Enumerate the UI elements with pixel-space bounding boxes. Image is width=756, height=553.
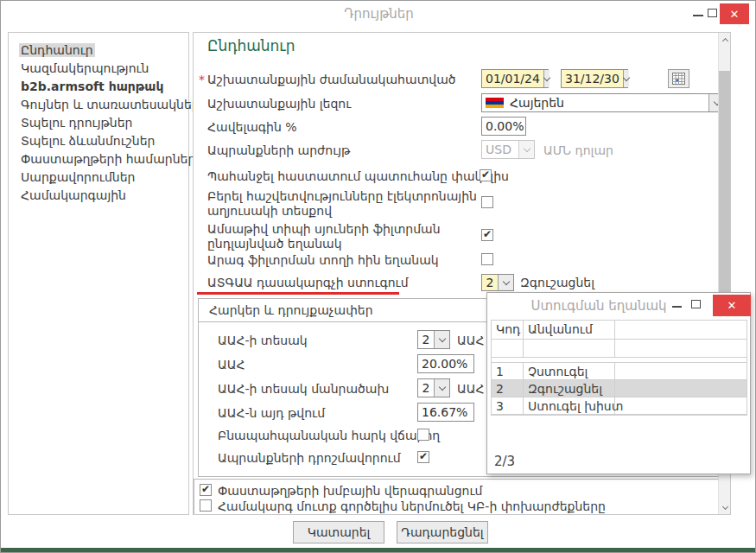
vat-type-label: ԱԱՀ-ի տեսակ — [218, 334, 308, 348]
batch-reregister-checkbox[interactable] — [200, 484, 212, 496]
scroll-up-icon[interactable] — [719, 33, 731, 47]
period-from-value[interactable]: 01/01/24 — [482, 70, 543, 87]
reports-grid-checkbox[interactable] — [481, 196, 493, 208]
chevron-down-icon[interactable] — [623, 70, 629, 87]
atgaa-label: ԱՏԳԱԱ դասակարգչի ստուգում — [207, 276, 409, 290]
period-from-field[interactable]: 01/01/24 — [481, 69, 549, 88]
vat-type-retail-select[interactable]: 2 — [417, 378, 450, 397]
sidebar-item-general[interactable]: Ընդհանուր — [19, 41, 188, 60]
surcharge-label: Հավելագին % — [207, 120, 297, 135]
vat-label: ԱԱՀ — [218, 358, 245, 372]
sidebar-item-b2b-platform[interactable]: b2b.armsoft հարթակ — [19, 78, 188, 96]
vat-included-input[interactable]: 16.67% — [417, 403, 474, 422]
column-header-code[interactable]: Կոդ — [492, 321, 524, 339]
quick-filter-checkbox[interactable] — [481, 253, 493, 265]
vat-type-value[interactable]: 2 — [418, 331, 434, 348]
page-title: Ընդհանուր — [207, 37, 295, 54]
sidebar-item-print-settings[interactable]: Տպելու դրույթներ — [19, 114, 188, 132]
atgaa-value[interactable]: 2 — [482, 275, 498, 290]
language-value: Հայերեն — [510, 96, 564, 110]
chevron-down-icon — [518, 141, 534, 158]
settings-sidebar: Ընդհանուր Կազմակերպություն b2b.armsoft հ… — [8, 32, 189, 515]
currency-label: Ապրանքների արժույթ — [207, 143, 350, 158]
vat-type-caption: ԱԱՀ — [457, 334, 484, 348]
table-row[interactable]: 1 Չստուգել — [492, 363, 746, 380]
period-to-field[interactable]: 31/12/30 — [561, 69, 628, 88]
currency-select: USD — [481, 140, 535, 159]
calendar-icon[interactable] — [668, 69, 689, 88]
armenia-flag-icon — [486, 98, 504, 109]
reports-grid-label: Բերել հաշվետվությունները էլեկտրոնային աղ… — [207, 189, 484, 219]
chevron-down-icon[interactable] — [498, 275, 513, 290]
atgaa-caption: Զգուշացնել — [520, 276, 594, 290]
footer-accent-bar — [1, 548, 756, 553]
sidebar-item-system[interactable]: Համակարգային — [19, 187, 188, 205]
eco-tax-label: Բնապահպանական հարկ վճարող — [218, 429, 440, 443]
vat-included-label: ԱԱՀ-ն այդ թվում — [218, 406, 325, 421]
import-rates-checkbox[interactable] — [200, 499, 212, 512]
language-select[interactable]: Հայերեն — [481, 93, 725, 112]
confirm-close-checkbox[interactable] — [480, 169, 492, 181]
required-asterisk: * — [199, 73, 205, 86]
chevron-down-icon[interactable] — [543, 70, 550, 87]
minimize-icon[interactable] — [693, 15, 703, 16]
cancel-button[interactable]: Դադարեցնել — [397, 521, 488, 543]
maximize-icon[interactable] — [708, 9, 717, 17]
marking-label: Ապրանքների դրոշմավորում — [218, 451, 401, 466]
titlebar: Դրույթներ ✕ — [1, 1, 756, 27]
vat-type-select[interactable]: 2 — [417, 330, 450, 349]
date-filter-checkbox[interactable] — [481, 229, 493, 241]
scroll-down-icon[interactable] — [719, 500, 731, 514]
vat-type-retail-value[interactable]: 2 — [418, 379, 434, 397]
close-icon[interactable]: ✕ — [720, 3, 749, 24]
import-rates-label: Համակարգ մուտք գործելիս ներմուծել ԿԲ-ի փ… — [218, 499, 606, 514]
table-row[interactable]: 3 Ստուգել խիստ — [492, 397, 746, 415]
verification-method-popup: Ստուգման եղանակ ✕ Կոդ Անվանում 1 Չստուգե… — [486, 292, 751, 474]
dialog-title: Դրույթներ — [1, 6, 756, 22]
currency-caption: ԱՄՆ դոլար — [543, 143, 613, 158]
column-header-name[interactable]: Անվանում — [524, 321, 615, 339]
atgaa-select[interactable]: 2 — [481, 274, 514, 291]
execute-button[interactable]: Կատարել — [293, 521, 384, 543]
eco-tax-checkbox[interactable] — [417, 429, 429, 441]
scrollbar-thumb[interactable] — [719, 71, 731, 294]
popup-minimize-icon[interactable] — [672, 306, 682, 308]
settings-dialog: Դրույթներ ✕ Ընդհանուր Կազմակերպություն b… — [0, 0, 756, 553]
verification-table: Կոդ Անվանում 1 Չստուգել 2 Զգուշացնել — [491, 320, 747, 416]
vat-type-retail-label: ԱԱՀ-ի տեսակ մանրածախ — [218, 382, 389, 397]
quick-filter-label: Արագ ֆիլտրման տողի հին եղանակ — [207, 253, 439, 268]
popup-maximize-icon[interactable] — [691, 300, 701, 308]
sidebar-item-print-templates[interactable]: Տպելու ձևանմուշներ — [19, 132, 188, 150]
language-label: Աշխատանքային լեզու — [207, 97, 351, 111]
sidebar-item-devices[interactable]: Սարքավորումներ — [19, 168, 188, 187]
table-row-selected[interactable]: 2 Զգուշացնել — [492, 380, 746, 397]
chevron-down-icon[interactable] — [434, 379, 449, 397]
table-header-row: Կոդ Անվանում — [492, 321, 746, 340]
batch-reregister-label: Փաստաթղթերի խմբային վերագրանցում — [218, 484, 482, 499]
red-underline — [197, 292, 399, 295]
period-label: Աշխատանքային ժամանակահատված — [207, 73, 456, 87]
surcharge-input[interactable]: 0.00% — [481, 117, 526, 136]
marking-checkbox[interactable] — [417, 451, 429, 463]
vat-input[interactable]: 20.00% — [417, 354, 474, 373]
sidebar-item-colors-fonts[interactable]: Գույներ և տառատեսակներ — [19, 96, 188, 114]
filter-row[interactable] — [492, 340, 746, 358]
bottom-options-box: Փաստաթղթերի խմբային վերագրանցում Համակար… — [194, 479, 731, 515]
record-counter: 2/3 — [494, 454, 515, 469]
confirm-close-label: Պահանջել հաստատում պատուհանը փակելիս — [207, 169, 509, 184]
date-filter-label: Ամսաթիվ տիպի սյուների ֆիլտրման ընդլայնվա… — [207, 222, 484, 251]
currency-value: USD — [482, 141, 518, 158]
vat-type-retail-caption: ԱԱՀ — [457, 382, 484, 397]
sidebar-item-organization[interactable]: Կազմակերպություն — [19, 60, 188, 78]
popup-close-icon[interactable]: ✕ — [713, 295, 751, 316]
sidebar-item-document-numbers[interactable]: Փաստաթղթերի համարներ — [19, 150, 188, 168]
period-to-value[interactable]: 31/12/30 — [562, 70, 623, 87]
chevron-down-icon[interactable] — [434, 331, 449, 348]
